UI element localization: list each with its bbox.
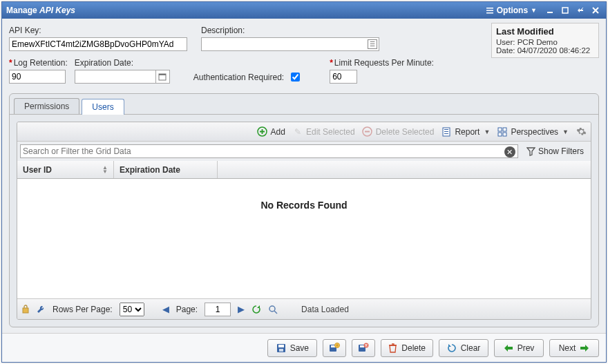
window: Manage API Keys Options ▼ Last Modified … (1, 1, 607, 363)
filter-bar: ✕ Show Filters (17, 142, 591, 161)
svg-rect-16 (503, 133, 506, 136)
description-group: Description: ☰ (201, 26, 379, 51)
svg-rect-10 (444, 129, 448, 130)
perspectives-button[interactable]: Perspectives ▼ (497, 126, 569, 137)
limit-input[interactable] (330, 70, 357, 84)
expiration-date-label: Expiration Date: (75, 58, 170, 68)
gear-icon[interactable] (576, 126, 587, 137)
svg-rect-2 (486, 12, 493, 14)
options-label: Options (497, 6, 528, 15)
form-area: Last Modified User: PCR Demo Date: 04/07… (2, 19, 606, 88)
grid-shell: Add ✎ Edit Selected Delete Selected (17, 122, 591, 320)
wrench-icon[interactable] (37, 305, 46, 314)
funnel-icon (526, 147, 535, 156)
delete-button[interactable]: Delete (381, 339, 433, 357)
column-user-id[interactable]: User ID ▲▼ (17, 161, 114, 178)
next-page-button[interactable]: ▶ (238, 304, 245, 314)
caret-down-icon: ▼ (531, 7, 537, 14)
api-key-input[interactable] (9, 37, 187, 51)
svg-rect-26 (360, 345, 364, 347)
minus-circle-icon (362, 126, 373, 137)
search-wrap: ✕ (20, 144, 518, 158)
save-new-icon (329, 343, 340, 354)
prev-button[interactable]: Prev (494, 339, 544, 357)
column-spacer (218, 161, 591, 178)
page-label: Page: (176, 305, 198, 314)
show-filters-button[interactable]: Show Filters (522, 146, 588, 156)
save-button[interactable]: Save (267, 339, 317, 357)
svg-rect-21 (279, 349, 283, 352)
rows-per-page-select[interactable]: 50 (120, 303, 144, 316)
sort-icon: ▲▼ (102, 166, 108, 174)
save-new-button[interactable] (323, 339, 346, 357)
next-button[interactable]: Next (549, 339, 599, 357)
page-input[interactable] (205, 303, 231, 316)
svg-rect-20 (278, 345, 284, 347)
expiration-date-group: Expiration Date: (75, 58, 170, 84)
save-icon (276, 343, 286, 353)
lock-icon[interactable] (21, 305, 30, 314)
tabs-panel: Permissions Users Add ✎ Edit Selected (9, 93, 599, 327)
expiration-date-input[interactable] (75, 70, 156, 84)
search-input[interactable] (20, 144, 518, 158)
log-retention-input[interactable] (9, 70, 66, 84)
description-label: Description: (201, 26, 379, 35)
close-button[interactable] (589, 4, 602, 17)
clear-search-icon[interactable]: ✕ (504, 146, 515, 157)
last-modified-user: User: PCR Demo (496, 38, 594, 46)
list-icon (486, 6, 494, 15)
report-button[interactable]: Report ▼ (441, 126, 490, 137)
clear-button[interactable]: Clear (439, 339, 488, 357)
title-emphasis: API Keys (39, 6, 75, 15)
auth-required-group: Authentication Required: (193, 70, 302, 84)
caret-down-icon: ▼ (562, 128, 569, 135)
svg-rect-14 (503, 128, 506, 131)
options-button[interactable]: Options ▼ (482, 6, 541, 15)
svg-rect-6 (159, 74, 166, 75)
grid-body: No Records Found (17, 179, 591, 298)
minimize-button[interactable] (544, 4, 556, 17)
grid-toolbar: Add ✎ Edit Selected Delete Selected (17, 122, 591, 142)
pencil-icon: ✎ (292, 126, 303, 137)
footer: Save Delete (2, 333, 606, 362)
column-expiration-date[interactable]: Expiration Date (114, 161, 218, 178)
arrow-left-icon (504, 344, 513, 352)
api-key-group: API Key: (9, 26, 187, 51)
calendar-icon[interactable] (156, 70, 170, 84)
tabstrip: Permissions Users (10, 94, 598, 115)
svg-rect-1 (486, 10, 493, 12)
save-close-icon (358, 343, 369, 354)
expand-textarea-icon[interactable]: ☰ (368, 39, 377, 49)
tab-users[interactable]: Users (82, 99, 124, 115)
tab-permissions[interactable]: Permissions (14, 98, 79, 114)
maximize-button[interactable] (559, 4, 571, 17)
add-button[interactable]: Add (257, 126, 285, 137)
last-modified-panel: Last Modified User: PCR Demo Date: 04/07… (491, 23, 599, 58)
magnifier-icon[interactable] (268, 305, 278, 314)
svg-rect-11 (444, 131, 448, 132)
caret-down-icon: ▼ (484, 128, 490, 135)
window-title: Manage API Keys (6, 6, 482, 15)
rows-per-page-label: Rows Per Page: (53, 305, 113, 314)
svg-point-18 (269, 306, 275, 312)
svg-rect-3 (547, 12, 553, 13)
last-modified-date: Date: 04/07/2020 08:46:22 (496, 46, 594, 55)
pager: Rows Per Page: 50 ◀ Page: ▶ Data Loaded (17, 298, 591, 319)
svg-rect-0 (486, 8, 493, 9)
prev-page-button[interactable]: ◀ (162, 304, 169, 314)
content-area: Last Modified User: PCR Demo Date: 04/07… (2, 19, 606, 362)
restore-button[interactable] (574, 4, 587, 17)
plus-circle-icon (257, 126, 268, 137)
perspectives-icon (497, 126, 508, 137)
refresh-icon (447, 343, 457, 353)
svg-rect-13 (498, 128, 502, 131)
refresh-icon[interactable] (251, 305, 261, 314)
pager-status: Data Loaded (301, 305, 349, 314)
save-close-button[interactable] (352, 339, 375, 357)
last-modified-heading: Last Modified (496, 26, 594, 37)
title-prefix: Manage (6, 6, 39, 15)
svg-rect-15 (498, 133, 502, 136)
description-input[interactable] (201, 37, 379, 51)
svg-rect-4 (562, 8, 568, 13)
auth-required-checkbox[interactable] (291, 73, 300, 82)
